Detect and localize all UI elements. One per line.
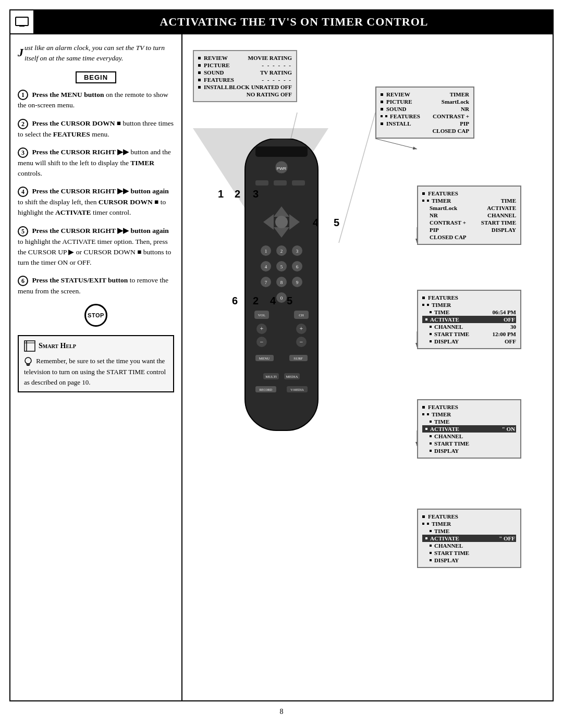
step-label-1: 1	[218, 188, 224, 200]
step-label-5-b: 5	[287, 295, 292, 307]
step-2-bold: Press the CURSOR DOWN ■	[32, 119, 121, 127]
svg-text:−: −	[260, 338, 264, 346]
menu-label: REVIEW	[198, 55, 228, 61]
page-title: Activating the TV's On Timer Control	[34, 9, 554, 34]
menu-screen-2: REVIEW TIMER PICTURE SmartLock SOUND NR …	[375, 87, 474, 139]
menu-value: - - - - - -	[262, 62, 292, 68]
menu-row: TIMER TIME	[422, 197, 516, 204]
menu-row: TIME	[422, 418, 516, 425]
svg-point-6	[25, 357, 31, 364]
menu-label: SOUND	[198, 69, 224, 76]
svg-text:VOL: VOL	[258, 313, 265, 317]
smart-help-text: Remember, be sure to set the time you wa…	[24, 356, 168, 387]
smart-help-label: Smart Help	[39, 342, 76, 350]
notebook-icon	[24, 340, 35, 352]
step-4-bold: Press the CURSOR RIGHT ▶▶ button again	[32, 187, 168, 195]
svg-text:6: 6	[296, 264, 299, 269]
svg-text:+: +	[300, 325, 303, 332]
step-6-bold: Press the STATUS/EXIT button	[32, 276, 128, 284]
lightbulb-icon	[24, 356, 32, 367]
step-number-5: 5	[18, 226, 28, 237]
svg-text:PWR: PWR	[277, 166, 287, 171]
main-content: J ust like an alarm clock, you can set t…	[9, 34, 554, 701]
stop-sign: STOP	[84, 304, 107, 327]
step-label-3: 3	[253, 188, 259, 200]
menu-screen-6: FEATURES TIMER TIME ACTIVATE " OFF CHANN…	[417, 509, 521, 568]
menu-row: NR CHANNEL	[422, 212, 516, 219]
menu-row: CHANNEL	[422, 542, 516, 549]
step-label-2: 2	[235, 188, 240, 200]
menu-row: FEATURES	[422, 403, 516, 411]
remote-control: PWR 1 2 3 4 5 6	[224, 139, 339, 443]
page-number: 8	[0, 701, 563, 722]
menu-row-activate-on: ACTIVATE " ON	[422, 425, 516, 433]
step-label-4: 4	[313, 217, 319, 229]
menu-row: TIME	[422, 527, 516, 535]
menu-row: DISPLAY	[422, 447, 516, 454]
svg-text:MEDIA: MEDIA	[286, 375, 298, 379]
smart-help-box: Smart Help Remember, be sure to set the …	[18, 335, 174, 392]
step-3-bold: Press the CURSOR RIGHT ▶▶	[32, 148, 129, 156]
right-panel: REVIEW MOVIE RATING PICTURE - - - - - - …	[182, 34, 553, 700]
svg-text:7: 7	[265, 280, 267, 285]
menu-row-activate-off: ACTIVATE " OFF	[422, 535, 516, 542]
step-5: 5 Press the CURSOR RIGHT ▶▶ button again…	[18, 226, 174, 268]
step-number-6: 6	[18, 276, 28, 286]
menu-value: TV RATING	[260, 69, 292, 76]
menu-row: PICTURE SmartLock	[381, 98, 469, 105]
svg-text:5: 5	[280, 264, 283, 269]
menu-row: FEATURES	[422, 513, 516, 520]
svg-text:+: +	[260, 325, 264, 332]
svg-text:RECORD: RECORD	[260, 388, 273, 391]
step-label-2-b: 2	[253, 295, 259, 307]
menu-row: TIMER	[422, 301, 516, 309]
step-number-4: 4	[18, 187, 28, 197]
stop-box: STOP	[18, 304, 174, 327]
menu-row: REVIEW TIMER	[381, 91, 469, 98]
menu-screen-4: FEATURES TIMER TIME 06:54 PM ACTIVATE OF…	[417, 290, 521, 349]
left-panel: J ust like an alarm clock, you can set t…	[10, 34, 182, 700]
intro-text: J ust like an alarm clock, you can set t…	[18, 43, 174, 64]
menu-row: TIMER	[422, 411, 516, 418]
step-number-3: 3	[18, 147, 28, 158]
menu-row: REVIEW MOVIE RATING	[198, 54, 292, 61]
menu-value: - - - - - -	[262, 77, 292, 83]
menu-row: PIP DISPLAY	[422, 226, 516, 233]
menu-row: CHANNEL	[422, 433, 516, 440]
menu-row: CHANNEL 30	[422, 323, 516, 330]
step-4-text: to shift the display left, then CURSOR D…	[18, 198, 166, 216]
menu-row: INSTALL BLOCK UNRATED OFF	[198, 83, 292, 91]
step-number-1: 1	[18, 90, 28, 100]
menu-value: MOVIE RATING	[248, 55, 292, 61]
menu-label: INSTALL	[198, 84, 228, 90]
svg-text:SURF: SURF	[293, 356, 303, 361]
begin-button[interactable]: BEGIN	[76, 71, 116, 83]
svg-rect-14	[274, 180, 287, 186]
step-6: 6 Press the STATUS/EXIT button to remove…	[18, 275, 174, 297]
menu-row: SOUND TV RATING	[198, 69, 292, 76]
svg-point-40	[275, 216, 288, 228]
menu-screen-5: FEATURES TIMER TIME ACTIVATE " ON CHANNE…	[417, 399, 521, 459]
svg-text:CH: CH	[299, 313, 304, 317]
step-label-6-a: 6	[232, 295, 238, 307]
svg-text:−: −	[300, 338, 303, 346]
menu-row: CLOSED CAP	[422, 233, 516, 241]
svg-text:2: 2	[280, 249, 283, 254]
menu-value: NO RATING OFF	[247, 91, 292, 97]
svg-line-68	[375, 139, 417, 149]
menu-row: NO RATING OFF	[198, 91, 292, 98]
menu-row: TIME 06:54 PM	[422, 309, 516, 316]
svg-text:1: 1	[265, 249, 267, 254]
svg-line-67	[339, 113, 375, 243]
menu-row: FEATURES	[422, 294, 516, 301]
step-label-5: 5	[334, 217, 339, 229]
menu-screen-3: FEATURES TIMER TIME SmartLock ACTIVATE N…	[417, 186, 521, 245]
step-3: 3 Press the CURSOR RIGHT ▶▶ button and t…	[18, 147, 174, 179]
menu-row: FEATURES CONTRAST +	[381, 113, 469, 120]
svg-rect-3	[25, 341, 35, 351]
menu-row: CLOSED CAP	[381, 127, 469, 134]
step-number-2: 2	[18, 119, 28, 129]
svg-rect-15	[292, 180, 305, 186]
svg-text:4: 4	[265, 264, 267, 269]
svg-text:MULTI: MULTI	[265, 375, 277, 379]
